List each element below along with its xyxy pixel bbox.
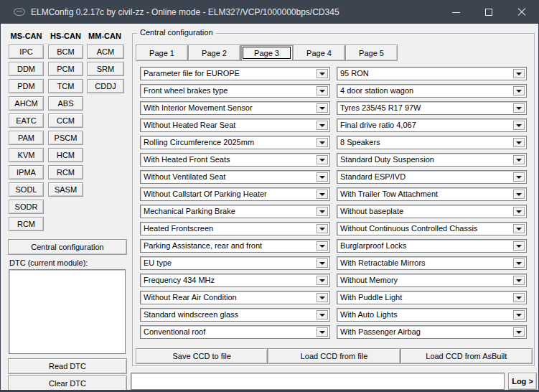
combo-region-type[interactable]: EU type [140,256,330,270]
combo-retractable-mirrors[interactable]: With Retractable Mirrors [337,256,527,270]
load-ccd-from-asbuilt-button[interactable]: Load CCD from AsBuilt [400,348,533,364]
read-dtc-button[interactable]: Read DTC [8,358,127,374]
combo-parking-brake[interactable]: Mechanical Parking Brake [140,205,330,218]
dropdown-arrow-icon[interactable] [317,138,328,147]
combo-auto-lights[interactable]: With Auto Lights [337,308,527,322]
module-button-rcm-ms[interactable]: RCM [9,217,44,231]
dropdown-arrow-icon[interactable] [317,241,328,251]
clear-dtc-button[interactable]: Clear DTC [8,375,127,391]
module-button-pdm[interactable]: PDM [9,79,44,93]
dropdown-arrow-icon[interactable] [513,190,525,199]
dropdown-arrow-icon[interactable] [317,258,328,268]
dropdown-arrow-icon[interactable] [513,86,525,95]
dropdown-arrow-icon[interactable] [317,155,328,164]
combo-fuel-ron[interactable]: 95 RON [337,67,527,80]
combo-keyfob-frequency[interactable]: Frequency 434 MHz [140,274,330,287]
dropdown-arrow-icon[interactable] [513,121,525,130]
combo-final-drive-ratio[interactable]: Final drive ratio 4,067 [337,118,527,132]
module-button-pam[interactable]: PAM [9,131,44,145]
log-input[interactable] [131,373,505,390]
combo-locks[interactable]: Burglarproof Locks [337,239,527,253]
combo-parking-heater-callstart[interactable]: Without Callstart Of Parking Heater [140,187,330,201]
module-button-eatc[interactable]: EATC [9,113,44,128]
combo-roof-type[interactable]: Conventional roof [140,325,330,339]
module-button-abs[interactable]: ABS [48,96,83,111]
dropdown-arrow-icon[interactable] [513,241,525,251]
module-button-acm[interactable]: ACM [87,45,124,59]
module-button-sodl[interactable]: SODL [9,182,44,197]
dropdown-arrow-icon[interactable] [317,69,328,78]
save-ccd-to-file-button[interactable]: Save CCD to file [136,348,268,364]
dropdown-arrow-icon[interactable] [513,69,525,78]
combo-heated-rear-seat[interactable]: Without Heated Rear Seat [140,118,330,132]
module-button-sodr[interactable]: SODR [9,200,44,214]
page-button-2[interactable]: Page 2 [188,45,240,61]
module-button-cddj[interactable]: CDDJ [87,79,124,93]
dropdown-arrow-icon[interactable] [513,293,525,302]
dtc-list[interactable] [9,269,126,354]
module-button-ipma[interactable]: IPMA [9,165,44,179]
combo-interior-movement-sensor[interactable]: With Interior Movement Sensor [140,101,330,115]
dropdown-arrow-icon[interactable] [317,103,328,113]
dropdown-arrow-icon[interactable] [317,190,328,199]
combo-esp-ivd[interactable]: Standard ESP/IVD [337,170,527,184]
dropdown-arrow-icon[interactable] [513,138,525,147]
dropdown-arrow-icon[interactable] [513,258,525,268]
combo-puddle-light[interactable]: With Puddle Light [337,291,527,304]
dropdown-arrow-icon[interactable] [317,276,328,285]
module-button-ipc[interactable]: IPC [9,45,44,59]
dropdown-arrow-icon[interactable] [317,224,328,233]
combo-tyres[interactable]: Tyres 235/45 R17 97W [337,101,527,115]
combo-body-style[interactable]: 4 door station wagon [337,84,527,98]
maximize-button[interactable] [472,1,505,24]
combo-baseplate[interactable]: Without baseplate [337,205,527,218]
dropdown-arrow-icon[interactable] [317,121,328,130]
module-button-srm[interactable]: SRM [87,62,124,76]
dropdown-arrow-icon[interactable] [513,155,525,164]
dropdown-arrow-icon[interactable] [317,86,328,95]
combo-suspension[interactable]: Standard Duty Suspension [337,153,527,167]
page-button-3[interactable]: Page 3 [240,45,293,61]
page-button-1[interactable]: Page 1 [136,45,188,61]
combo-ventilated-seat[interactable]: Without Ventilated Seat [140,170,330,184]
combo-memory[interactable]: Without Memory [337,274,527,287]
module-button-pcm[interactable]: PCM [48,62,83,76]
combo-heated-frontscreen[interactable]: Heated Frontscreen [140,222,330,235]
combo-passenger-airbag[interactable]: With Passenger Airbag [337,325,527,339]
module-button-ccm[interactable]: CCM [48,113,83,128]
dropdown-arrow-icon[interactable] [513,327,525,337]
module-button-sasm[interactable]: SASM [48,182,83,197]
dropdown-arrow-icon[interactable] [317,207,328,216]
module-button-hcm[interactable]: HCM [48,148,83,162]
module-button-ahcm[interactable]: AHCM [9,96,44,111]
dropdown-arrow-icon[interactable] [513,276,525,285]
dropdown-arrow-icon[interactable] [513,224,525,233]
combo-rolling-circumference[interactable]: Rolling Circumference 2025mm [140,136,330,149]
combo-windscreen-glass[interactable]: Standard windscreen glass [140,308,330,322]
dropdown-arrow-icon[interactable] [513,207,525,216]
log-toggle-button[interactable]: Log > [508,373,537,390]
combo-parking-assistance[interactable]: Parking Assistance, rear and front [140,239,330,253]
combo-trailer-tow[interactable]: With Trailer Tow Attachment [337,187,527,201]
load-ccd-from-file-button[interactable]: Load CCD from file [268,348,400,364]
dropdown-arrow-icon[interactable] [513,103,525,113]
dropdown-arrow-icon[interactable] [513,172,525,182]
close-button[interactable] [505,1,538,24]
minimize-button[interactable] [439,1,472,24]
module-button-tcm[interactable]: TCM [48,79,83,93]
dropdown-arrow-icon[interactable] [317,172,328,182]
dropdown-arrow-icon[interactable] [317,293,328,302]
page-button-5[interactable]: Page 5 [345,45,398,61]
dropdown-arrow-icon[interactable] [317,310,328,319]
combo-rear-air-condition[interactable]: Without Rear Air Condition [140,291,330,304]
module-button-pscm[interactable]: PSCM [48,131,83,145]
central-configuration-button[interactable]: Central configuration [8,239,127,255]
module-button-kvm[interactable]: KVM [9,148,44,162]
module-button-ddm[interactable]: DDM [9,62,44,76]
module-button-bcm[interactable]: BCM [48,45,83,59]
combo-heated-front-seats[interactable]: With Heated Front Seats [140,153,330,167]
combo-front-brakes[interactable]: Front wheel brakes type [140,84,330,98]
combo-continuous-controlled-chassis[interactable]: Without Continuous Controlled Chassis [337,222,527,235]
combo-parameter-file[interactable]: Parameter file for EUROPE [140,67,330,80]
dropdown-arrow-icon[interactable] [317,327,328,337]
